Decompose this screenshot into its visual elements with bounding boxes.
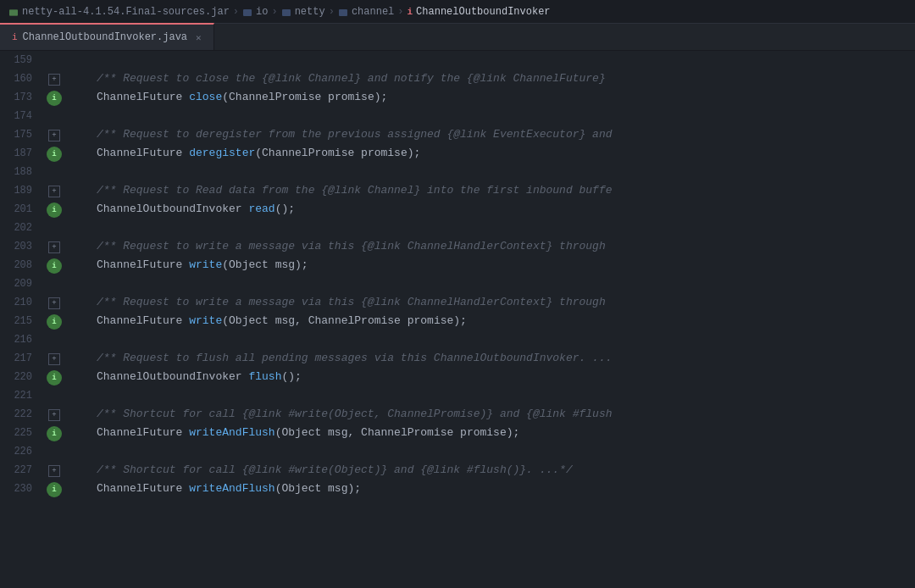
gutter-175[interactable]: +	[42, 130, 66, 141]
gutter-227[interactable]: +	[42, 465, 66, 477]
gutter-203[interactable]: +	[42, 241, 66, 253]
svg-rect-3	[339, 9, 347, 16]
bc-sep-4: ›	[397, 6, 403, 18]
fold-icon-227[interactable]: +	[48, 465, 60, 477]
fold-icon-222[interactable]: +	[48, 409, 60, 421]
gutter-217[interactable]: +	[42, 353, 66, 365]
code-line-220: 220 i ChannelOutboundInvoker flush();	[0, 368, 915, 386]
code-line-215: 215 i ChannelFuture write(Object msg, Ch…	[0, 312, 915, 330]
gutter-187[interactable]: i	[42, 147, 66, 162]
code-line-174: 174	[0, 107, 915, 125]
code-content-203: /** Request to write a message via this …	[66, 237, 915, 256]
marker-icon-173[interactable]: i	[47, 91, 62, 106]
code-content-220: ChannelOutboundInvoker flush();	[66, 368, 915, 386]
code-line-217: 217 + /** Request to flush all pending m…	[0, 349, 915, 368]
line-num-187: 187	[0, 144, 42, 163]
tab-close-button[interactable]: ✕	[196, 32, 202, 43]
code-line-173: 173 i ChannelFuture close(ChannelPromise…	[0, 88, 915, 107]
code-line-160: 160 + /** Request to close the {@link Ch…	[0, 69, 915, 88]
gutter-225[interactable]: i	[42, 426, 66, 441]
line-num-159: 159	[0, 51, 42, 69]
marker-icon-215[interactable]: i	[47, 314, 62, 330]
gutter-208[interactable]: i	[42, 258, 66, 274]
bc-class-label: ChannelOutboundInvoker	[416, 6, 550, 18]
bc-sep-2: ›	[271, 6, 277, 18]
code-content-189: /** Request to Read data from the {@link…	[66, 181, 915, 200]
code-content-230: ChannelFuture writeAndFlush(Object msg);	[66, 480, 915, 498]
line-num-175: 175	[0, 125, 42, 144]
code-line-203: 203 + /** Request to write a message via…	[0, 237, 915, 256]
line-num-216: 216	[0, 330, 42, 349]
code-line-226: 226	[0, 442, 915, 461]
gutter-173[interactable]: i	[42, 91, 66, 106]
line-num-189: 189	[0, 181, 42, 200]
code-content-174	[66, 107, 915, 125]
gutter-160[interactable]: +	[42, 74, 66, 86]
line-num-188: 188	[0, 163, 42, 181]
code-content-222: /** Shortcut for call {@link #write(Obje…	[66, 405, 915, 424]
marker-icon-208[interactable]: i	[47, 258, 62, 274]
code-line-187: 187 i ChannelFuture deregister(ChannelPr…	[0, 144, 915, 163]
bc-io[interactable]: io	[242, 6, 268, 18]
code-content-208: ChannelFuture write(Object msg);	[66, 256, 915, 275]
fold-icon-160[interactable]: +	[48, 74, 60, 86]
breadcrumb-bar: netty-all-4.1.54.Final-sources.jar › io …	[0, 0, 915, 24]
line-num-221: 221	[0, 386, 42, 405]
bc-jar-label: netty-all-4.1.54.Final-sources.jar	[22, 6, 230, 18]
line-num-215: 215	[0, 312, 42, 330]
line-num-226: 226	[0, 442, 42, 461]
code-content-225: ChannelFuture writeAndFlush(Object msg, …	[66, 424, 915, 442]
gutter-189[interactable]: +	[42, 186, 66, 197]
bc-sep-3: ›	[329, 6, 335, 18]
fold-icon-217[interactable]: +	[48, 353, 60, 365]
fold-icon-210[interactable]: +	[48, 297, 60, 309]
bc-jar[interactable]: netty-all-4.1.54.Final-sources.jar	[8, 6, 230, 18]
line-num-230: 230	[0, 480, 42, 498]
code-line-225: 225 i ChannelFuture writeAndFlush(Object…	[0, 424, 915, 442]
gutter-222[interactable]: +	[42, 409, 66, 421]
marker-icon-201[interactable]: i	[47, 202, 62, 218]
bc-netty[interactable]: netty	[281, 6, 325, 18]
code-line-210: 210 + /** Request to write a message via…	[0, 293, 915, 312]
gutter-215[interactable]: i	[42, 314, 66, 330]
gutter-220[interactable]: i	[42, 370, 66, 386]
fold-icon-203[interactable]: +	[48, 241, 60, 253]
marker-icon-225[interactable]: i	[47, 426, 62, 441]
tab-channeloutsoundinvoker[interactable]: i ChannelOutboundInvoker.java ✕	[0, 23, 214, 50]
line-num-210: 210	[0, 293, 42, 312]
line-num-222: 222	[0, 405, 42, 424]
bc-channel[interactable]: channel	[338, 6, 394, 18]
gutter-210[interactable]: +	[42, 297, 66, 309]
svg-rect-2	[282, 9, 291, 16]
line-num-220: 220	[0, 368, 42, 386]
fold-icon-175[interactable]: +	[48, 130, 60, 141]
code-content-221	[66, 386, 915, 405]
code-line-222: 222 + /** Shortcut for call {@link #writ…	[0, 405, 915, 424]
code-line-221: 221	[0, 386, 915, 405]
marker-icon-187[interactable]: i	[47, 147, 62, 162]
code-content-217: /** Request to flush all pending message…	[66, 349, 915, 368]
bc-class[interactable]: i ChannelOutboundInvoker	[408, 6, 551, 18]
line-num-208: 208	[0, 256, 42, 275]
fold-icon-189[interactable]: +	[48, 186, 60, 197]
marker-icon-220[interactable]: i	[47, 370, 62, 386]
svg-rect-1	[243, 9, 252, 16]
line-num-201: 201	[0, 200, 42, 219]
bc-io-label: io	[256, 6, 268, 18]
code-line-216: 216	[0, 330, 915, 349]
code-content-188	[66, 163, 915, 181]
marker-icon-230[interactable]: i	[47, 482, 62, 497]
code-line-227: 227 + /** Shortcut for call {@link #writ…	[0, 461, 915, 480]
code-line-201: 201 i ChannelOutboundInvoker read();	[0, 200, 915, 219]
gutter-201[interactable]: i	[42, 202, 66, 218]
line-num-160: 160	[0, 69, 42, 88]
code-line-208: 208 i ChannelFuture write(Object msg);	[0, 256, 915, 275]
code-content-226	[66, 442, 915, 461]
code-content-202	[66, 219, 915, 237]
bc-channel-label: channel	[352, 6, 394, 18]
code-line-159: 159	[0, 51, 915, 69]
gutter-230[interactable]: i	[42, 482, 66, 497]
code-content-216	[66, 330, 915, 349]
code-content-160: /** Request to close the {@link Channel}…	[66, 69, 915, 88]
code-content-175: /** Request to deregister from the previ…	[66, 125, 915, 144]
